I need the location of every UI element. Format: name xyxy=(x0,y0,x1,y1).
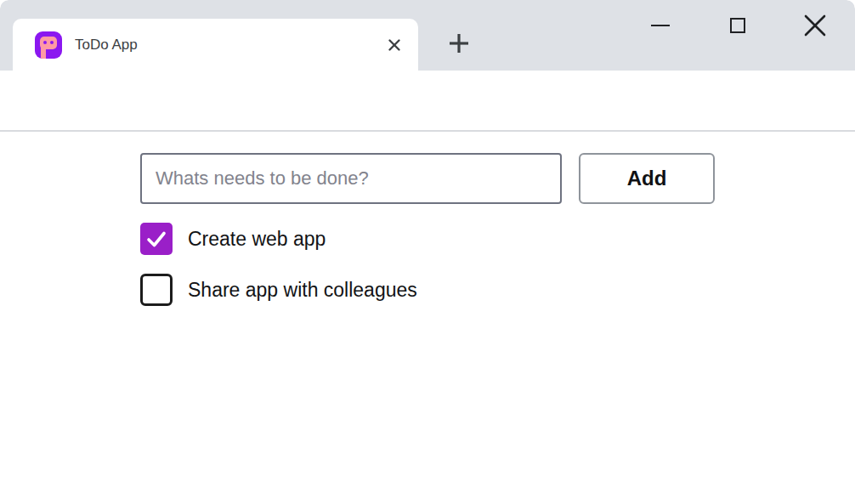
new-tab-button[interactable] xyxy=(445,31,473,56)
tab-strip: ToDo App xyxy=(0,0,855,71)
window-maximize-button[interactable] xyxy=(719,8,756,42)
browser-tab[interactable]: ToDo App xyxy=(13,19,418,71)
tab-close-button[interactable] xyxy=(382,33,406,57)
add-todo-button[interactable]: Add xyxy=(579,153,715,204)
todo-checkbox-checked[interactable] xyxy=(140,223,173,255)
minimize-icon xyxy=(651,25,670,27)
todo-label: Create web app xyxy=(188,228,326,251)
browser-window: ToDo App xyxy=(0,0,855,504)
browser-toolbar: localhost:3000/public/todo-app xyxy=(0,71,855,132)
window-close-button[interactable] xyxy=(796,8,834,42)
checkmark-icon xyxy=(140,223,173,255)
todo-item: Share app with colleagues xyxy=(140,273,417,307)
close-icon xyxy=(803,14,827,37)
close-icon xyxy=(385,36,404,54)
todo-checkbox-unchecked[interactable] xyxy=(140,274,173,306)
window-minimize-button[interactable] xyxy=(642,8,679,42)
page-content: Add Create web app Share app with collea… xyxy=(0,132,855,504)
todo-label: Share app with colleagues xyxy=(188,279,417,302)
new-todo-input[interactable] xyxy=(140,153,562,204)
maximize-icon xyxy=(730,18,745,33)
tab-title: ToDo App xyxy=(75,37,382,54)
plus-icon xyxy=(446,31,472,56)
todo-app-favicon-icon xyxy=(35,31,62,59)
todo-item: Create web app xyxy=(140,222,326,256)
